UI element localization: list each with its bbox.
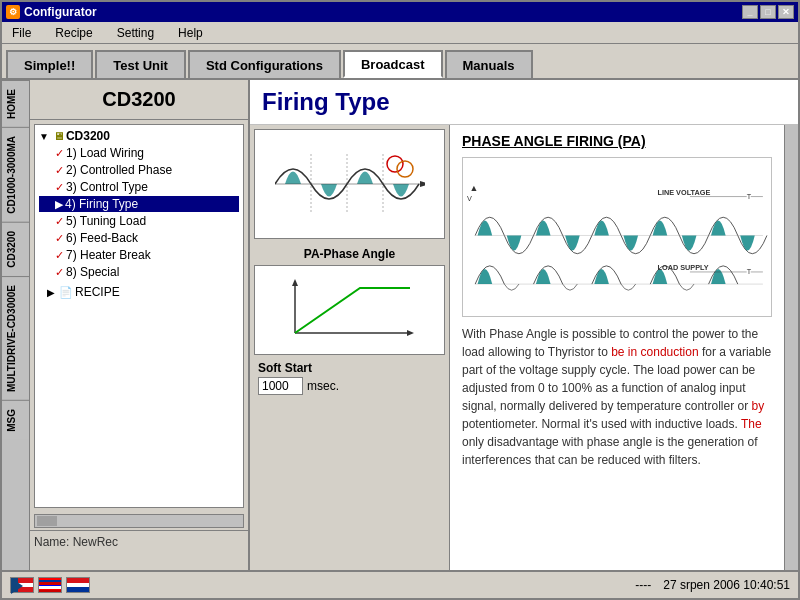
phase-angle-box[interactable] [254,129,445,239]
window-title: Configurator [24,5,97,19]
highlight-1: be in conduction [611,345,698,359]
soft-start-unit: msec. [307,379,339,393]
tree-item-8-label: 8) Special [66,265,119,279]
highlight-2: by [751,399,764,413]
check-2: ✓ [55,164,64,177]
phase-angle-label: PA-Phase Angle [254,243,445,265]
tree-root-label: CD3200 [66,129,110,143]
svg-marker-10 [407,330,414,336]
tree-item-6-label: 6) Feed-Back [66,231,138,245]
flag-icon-2[interactable] [38,577,62,593]
arrow-4: ▶ [55,198,63,211]
soft-start-value-row: msec. [254,377,445,399]
tree-item-6[interactable]: ✓ 6) Feed-Back [39,230,239,246]
flag-icon-3[interactable] [66,577,90,593]
scroll-thumb[interactable] [37,516,57,526]
tree-item-4[interactable]: ▶ 4) Firing Type [39,196,239,212]
main-layout: HOME CD1000-3000MA CD3200 MULTIDRIVE-CD3… [2,80,798,570]
tree-item-5-label: 5) Tuning Load [66,214,146,228]
svg-text:LINE VOLTAGE: LINE VOLTAGE [658,187,711,196]
title-bar-buttons: _ □ ✕ [742,5,794,19]
status-bar: ---- 27 srpen 2006 10:40:51 [2,570,798,598]
recipe-folder-icon: 📄 [59,286,73,299]
sidebar-home[interactable]: HOME [2,80,29,127]
content-title: Firing Type [262,88,786,116]
svg-text:▲: ▲ [469,182,478,192]
svg-text:V: V [467,193,472,202]
sidebar-msg[interactable]: MSG [2,400,29,440]
tree-item-1-label: 1) Load Wiring [66,146,144,160]
sidebar-cd3200[interactable]: CD3200 [2,222,29,276]
minimize-button[interactable]: _ [742,5,758,19]
info-panel: PHASE ANGLE FIRING (PA) ▲ V [450,125,784,570]
check-7: ✓ [55,249,64,262]
close-button[interactable]: ✕ [778,5,794,19]
root-icon: 🖥 [53,130,64,142]
maximize-button[interactable]: □ [760,5,776,19]
info-description: With Phase Angle is possible to control … [462,325,772,469]
tree-item-1[interactable]: ✓ 1) Load Wiring [39,145,239,161]
soft-start-input[interactable] [258,377,303,395]
menu-file[interactable]: File [6,24,37,42]
info-panel-wrapper: PHASE ANGLE FIRING (PA) ▲ V [450,125,798,570]
menu-setting[interactable]: Setting [111,24,160,42]
tree-item-8[interactable]: ✓ 8) Special [39,264,239,280]
waveform-svg: ▲ V [463,160,771,315]
highlight-3: The [741,417,762,431]
vertical-scrollbar[interactable] [784,125,798,570]
check-8: ✓ [55,266,64,279]
status-right: ---- 27 srpen 2006 10:40:51 [635,578,790,592]
tree-item-7[interactable]: ✓ 7) Heater Break [39,247,239,263]
flag-icon-1[interactable] [10,577,34,593]
tree-item-3[interactable]: ✓ 3) Control Type [39,179,239,195]
tree-item-2-label: 2) Controlled Phase [66,163,172,177]
tree-root: ▼ 🖥 CD3200 [39,129,239,143]
soft-start-label: Soft Start [254,359,445,377]
sidebar-cd1000[interactable]: CD1000-3000MA [2,127,29,222]
info-section-title: PHASE ANGLE FIRING (PA) [462,133,772,149]
left-panel-title: CD3200 [30,80,248,120]
svg-marker-5 [420,181,425,187]
tree-item-3-label: 3) Control Type [66,180,148,194]
phase-angle-svg [275,149,425,219]
tree-item-recipe[interactable]: ▶ 📄 RECIPE [39,284,239,300]
tab-std-configurations[interactable]: Std Configurations [188,50,341,78]
app-icon: ⚙ [6,5,20,19]
sidebar-multidrive[interactable]: MULTIDRIVE-CD3000E [2,276,29,400]
status-dashes: ---- [635,578,651,592]
tab-broadcast[interactable]: Broadcast [343,50,443,78]
horizontal-scrollbar[interactable] [34,514,244,528]
tree-item-5[interactable]: ✓ 5) Tuning Load [39,213,239,229]
svg-marker-11 [292,279,298,286]
tab-test-unit[interactable]: Test Unit [95,50,186,78]
menu-recipe[interactable]: Recipe [49,24,98,42]
menu-help[interactable]: Help [172,24,209,42]
recipe-expand[interactable]: ▶ [47,287,55,298]
soft-start-box[interactable] [254,265,445,355]
check-1: ✓ [55,147,64,160]
tabs-bar: Simple!! Test Unit Std Configurations Br… [2,44,798,80]
content-body: PA-Phase Angle [250,125,798,570]
content-header: Firing Type [250,80,798,125]
tree-recipe-label: RECIPE [75,285,120,299]
title-bar: ⚙ Configurator _ □ ✕ [2,2,798,22]
left-panel: CD3200 ▼ 🖥 CD3200 ✓ 1) Load Wiring ✓ 2) … [30,80,250,570]
expand-icon[interactable]: ▼ [39,131,49,142]
tree-item-4-label: 4) Firing Type [65,197,138,211]
tab-manuals[interactable]: Manuals [445,50,533,78]
tab-simple[interactable]: Simple!! [6,50,93,78]
svg-text:LOAD SUPPLY: LOAD SUPPLY [658,263,709,272]
waveform-area: ▲ V [462,157,772,317]
svg-point-6 [387,156,403,172]
title-bar-left: ⚙ Configurator [6,5,97,19]
check-5: ✓ [55,215,64,228]
tree-container[interactable]: ▼ 🖥 CD3200 ✓ 1) Load Wiring ✓ 2) Control… [34,124,244,508]
name-label: Name: NewRec [34,535,118,549]
check-3: ✓ [55,181,64,194]
sidebar-labels: HOME CD1000-3000MA CD3200 MULTIDRIVE-CD3… [2,80,30,570]
tree-item-2[interactable]: ✓ 2) Controlled Phase [39,162,239,178]
diagram-panel: PA-Phase Angle [250,125,450,570]
status-datetime: 27 srpen 2006 10:40:51 [663,578,790,592]
soft-start-svg [280,278,420,343]
check-6: ✓ [55,232,64,245]
